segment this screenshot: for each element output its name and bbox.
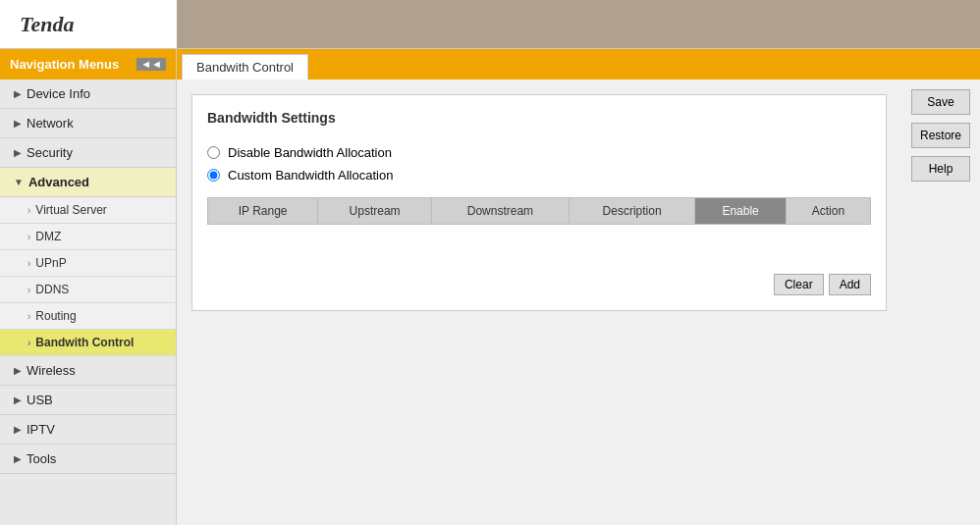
main-content-area: Bandwidth Settings Disable Bandwidth All…: [177, 79, 980, 326]
sidebar-item-usb[interactable]: ▶ USB: [0, 386, 176, 415]
save-button[interactable]: Save: [911, 89, 970, 115]
tab-bandwith-control[interactable]: Bandwith Control: [182, 54, 308, 79]
layout: Navigation Menus ◄◄ ▶ Device Info ▶ Netw…: [0, 49, 980, 525]
arrow-icon-virtual-server: ›: [27, 205, 30, 216]
col-enable: Enable: [695, 198, 787, 225]
sidebar-item-routing[interactable]: › Routing: [0, 303, 176, 330]
sidebar-item-wireless[interactable]: ▶ Wireless: [0, 356, 176, 386]
add-button[interactable]: Add: [829, 274, 871, 295]
logo: Tenda: [20, 12, 74, 37]
collapse-button[interactable]: ◄◄: [136, 58, 166, 71]
nav-header-label: Navigation Menus: [10, 57, 119, 72]
arrow-icon-iptv: ▶: [14, 424, 22, 435]
sidebar-item-upnp[interactable]: › UPnP: [0, 250, 176, 277]
clear-button[interactable]: Clear: [774, 274, 824, 295]
sidebar-item-label-security: Security: [27, 145, 73, 160]
restore-button[interactable]: Restore: [911, 123, 970, 148]
bandwidth-table: IP Range Upstream Downstream Description…: [207, 197, 871, 264]
sidebar-item-bandwith-control[interactable]: › Bandwith Control: [0, 330, 176, 356]
tab-bar: Bandwith Control: [177, 49, 980, 79]
sidebar-item-network[interactable]: ▶ Network: [0, 109, 176, 138]
sidebar-item-virtual-server[interactable]: › Virtual Server: [0, 197, 176, 224]
content-inner: Bandwidth Settings Disable Bandwidth All…: [177, 79, 901, 326]
arrow-icon-security: ▶: [14, 147, 22, 158]
sidebar-sub-label-upnp: UPnP: [35, 256, 66, 270]
arrow-icon-usb: ▶: [14, 394, 22, 405]
radio-row-disable: Disable Bandwidth Allocation: [207, 145, 871, 160]
header: Tenda: [0, 0, 980, 49]
arrow-icon-ddns: ›: [27, 285, 30, 295]
sidebar-item-label-tools: Tools: [27, 451, 56, 466]
tab-label-bandwith-control: Bandwith Control: [196, 60, 294, 75]
main-area: Bandwith Control Bandwidth Settings Disa…: [177, 49, 980, 525]
radio-row-custom: Custom Bandwidth Allocation: [207, 168, 871, 183]
sidebar-item-label-wireless: Wireless: [27, 363, 76, 378]
sidebar-item-security[interactable]: ▶ Security: [0, 138, 176, 168]
col-description: Description: [569, 198, 694, 225]
sidebar-item-label-device-info: Device Info: [27, 86, 90, 101]
sidebar-sub-label-ddns: DDNS: [35, 283, 69, 296]
col-action: Action: [786, 198, 870, 225]
sidebar-item-label-iptv: IPTV: [27, 422, 55, 437]
radio-custom-bandwidth[interactable]: [207, 169, 220, 182]
sidebar-item-label-network: Network: [27, 116, 74, 131]
sidebar-sub-label-virtual-server: Virtual Server: [35, 203, 106, 217]
sidebar-sub-label-bandwith-control: Bandwith Control: [35, 336, 134, 349]
arrow-icon-advanced: ▼: [14, 177, 24, 187]
sidebar-item-advanced[interactable]: ▼ Advanced: [0, 168, 176, 197]
sidebar-item-device-info[interactable]: ▶ Device Info: [0, 79, 176, 109]
sidebar-item-ddns[interactable]: › DDNS: [0, 277, 176, 303]
right-sidebar: Save Restore Help: [901, 79, 980, 326]
arrow-icon-wireless: ▶: [14, 365, 22, 376]
section-box: Bandwidth Settings Disable Bandwidth All…: [191, 94, 887, 311]
label-disable-bandwidth: Disable Bandwidth Allocation: [228, 145, 392, 160]
table-actions: Clear Add: [207, 274, 871, 295]
sidebar-item-label-advanced: Advanced: [28, 175, 89, 189]
sidebar-item-dmz[interactable]: › DMZ: [0, 224, 176, 250]
arrow-icon-device-info: ▶: [14, 88, 22, 99]
col-ip-range: IP Range: [208, 198, 318, 225]
sidebar-item-tools[interactable]: ▶ Tools: [0, 445, 176, 474]
col-downstream: Downstream: [431, 198, 569, 225]
nav-header: Navigation Menus ◄◄: [0, 49, 176, 79]
help-button[interactable]: Help: [911, 156, 970, 182]
sidebar-item-iptv[interactable]: ▶ IPTV: [0, 415, 176, 445]
sidebar-item-label-usb: USB: [27, 393, 53, 407]
arrow-icon-tools: ▶: [14, 453, 22, 464]
arrow-icon-dmz: ›: [27, 232, 30, 242]
table-row-empty: [208, 225, 871, 264]
radio-disable-bandwidth[interactable]: [207, 146, 220, 159]
arrow-icon-bandwith-control: ›: [27, 338, 30, 348]
table-body: [208, 225, 871, 264]
col-upstream: Upstream: [318, 198, 432, 225]
label-custom-bandwidth: Custom Bandwidth Allocation: [228, 168, 393, 183]
sidebar-sub-label-routing: Routing: [35, 309, 76, 323]
arrow-icon-upnp: ›: [27, 258, 30, 269]
arrow-icon-network: ▶: [14, 118, 22, 129]
arrow-icon-routing: ›: [27, 311, 30, 322]
section-title: Bandwidth Settings: [207, 110, 871, 131]
sidebar: Navigation Menus ◄◄ ▶ Device Info ▶ Netw…: [0, 49, 177, 525]
sidebar-sub-label-dmz: DMZ: [35, 230, 61, 243]
